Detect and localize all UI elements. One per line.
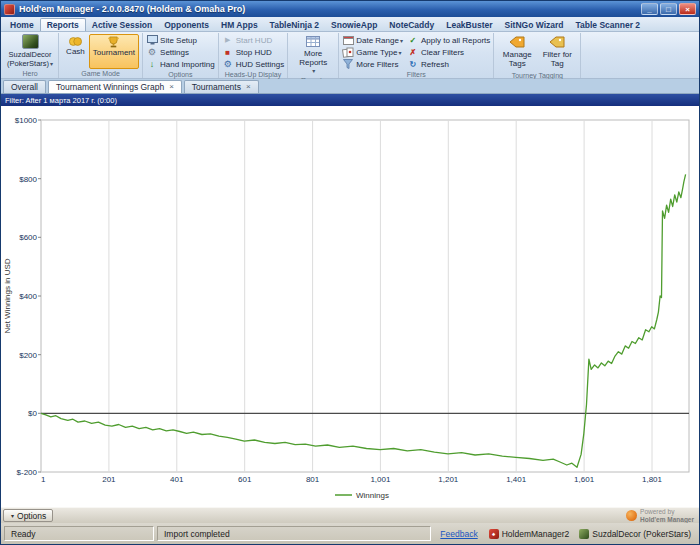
stop-hud-button[interactable]: ■ Stop HUD (222, 46, 272, 58)
refresh-button[interactable]: ↻ Refresh (407, 58, 449, 70)
ribbon-group-hero: SuzdalDecor (PokerStars)▾ Hero (2, 33, 59, 78)
status-bar: Ready Import completed Feedback ♠ Holdem… (1, 523, 699, 544)
holdem-manager-icon: ♠ (489, 529, 499, 539)
svg-text:$800: $800 (19, 175, 37, 184)
calendar-icon (342, 35, 354, 45)
close-button[interactable]: × (679, 3, 696, 15)
check-icon: ✓ (407, 36, 419, 45)
ribbon-group-reports: More Reports ▾ Reports (288, 33, 339, 78)
group-label-hero: Hero (5, 69, 55, 78)
site-setup-button[interactable]: Site Setup (146, 34, 197, 46)
funnel-icon (342, 59, 354, 69)
svg-text:Net Winnings in USD: Net Winnings in USD (3, 258, 12, 333)
hand-importing-button[interactable]: ↓ Hand Importing (146, 58, 215, 70)
close-tab-icon[interactable]: × (169, 83, 174, 91)
minimize-button[interactable]: _ (641, 3, 658, 15)
chevron-down-icon: ▾ (400, 37, 403, 44)
svg-text:1,201: 1,201 (438, 475, 459, 484)
playing-cards-icon (342, 47, 354, 58)
menu-tab-hm-apps[interactable]: HM Apps (215, 19, 264, 31)
chevron-down-icon: ▾ (11, 512, 14, 519)
settings-button[interactable]: ⚙ Settings (146, 46, 189, 58)
ribbon-group-options: Site Setup ⚙ Settings ↓ Hand Importing O… (143, 33, 219, 78)
tournament-winnings-chart: 12014016018011,0011,2011,4011,6011,801$1… (1, 106, 700, 507)
filter-for-tag-button[interactable]: Filter for Tag (537, 34, 577, 71)
svg-text:Winnings: Winnings (356, 491, 389, 500)
window-title: Hold'em Manager - 2.0.0.8470 (Holdem & O… (19, 4, 639, 14)
svg-text:1,001: 1,001 (370, 475, 391, 484)
svg-text:$1000: $1000 (15, 116, 38, 125)
options-bar: ▾ Options Powered by Hold'em Manager (1, 507, 699, 523)
powered-by: Powered by Hold'em Manager (626, 508, 697, 523)
svg-text:1,801: 1,801 (642, 475, 663, 484)
start-hud-button[interactable]: ▶ Start HUD (222, 34, 272, 46)
svg-text:1: 1 (41, 475, 46, 484)
menu-tab-active-session[interactable]: Active Session (86, 19, 158, 31)
group-label-game-mode: Game Mode (62, 69, 139, 78)
svg-text:$600: $600 (19, 233, 37, 242)
coins-icon (69, 36, 82, 47)
gear-icon: ⚙ (222, 60, 234, 69)
options-button[interactable]: ▾ Options (3, 509, 53, 522)
tag-filter-icon (549, 36, 565, 50)
manage-tags-button[interactable]: Manage Tags (497, 34, 537, 71)
hm-logo-icon (626, 510, 637, 521)
game-type-button[interactable]: Game Type ▾ (342, 46, 401, 58)
close-tab-icon[interactable]: × (246, 83, 251, 91)
tag-icon (509, 36, 525, 50)
powered-by-prefix: Powered by (640, 508, 694, 515)
menu-tab-sitngo-wizard[interactable]: SitNGo Wizard (499, 19, 570, 31)
powered-by-name: Hold'em Manager (640, 516, 694, 523)
svg-text:1,401: 1,401 (506, 475, 527, 484)
stop-icon: ■ (222, 48, 234, 57)
refresh-icon: ↻ (407, 60, 419, 69)
menu-tab-reports[interactable]: Reports (40, 18, 86, 31)
feedback-link[interactable]: Feedback (440, 529, 477, 539)
menu-tab-leakbuster[interactable]: LeakBuster (440, 19, 498, 31)
ribbon-group-hud: ▶ Start HUD ■ Stop HUD ⚙ HUD Settings He… (219, 33, 288, 78)
status-app-item: ♠ HoldemManager2 (489, 529, 570, 539)
tab-tournaments[interactable]: Tournaments × (184, 80, 259, 93)
cash-button[interactable]: Cash (62, 34, 89, 69)
menu-tab-home[interactable]: Home (4, 19, 40, 31)
filter-bar[interactable]: Filter: After 1 марта 2017 г. (0:00) (1, 94, 699, 106)
clear-filters-button[interactable]: ✗ Clear Filters (407, 46, 464, 58)
group-label-filters: Filters (342, 70, 490, 79)
clear-cross-icon: ✗ (407, 48, 419, 57)
date-range-button[interactable]: Date Range ▾ (342, 34, 403, 46)
tournament-button[interactable]: Tournament (89, 34, 139, 69)
hero-player-selector[interactable]: SuzdalDecor (PokerStars)▾ (5, 34, 55, 68)
menu-tab-table-scanner2[interactable]: Table Scanner 2 (569, 19, 646, 31)
group-label-options: Options (146, 70, 215, 79)
document-tab-bar: Overall Tournament Winnings Graph × Tour… (1, 79, 699, 94)
tab-tournament-winnings-graph[interactable]: Tournament Winnings Graph × (48, 80, 182, 93)
svg-text:1,601: 1,601 (574, 475, 595, 484)
report-table-icon (306, 36, 320, 49)
import-arrow-icon: ↓ (146, 60, 158, 69)
more-filters-button[interactable]: More Filters (342, 58, 398, 70)
menu-tab-opponents[interactable]: Opponents (158, 19, 215, 31)
title-bar: Hold'em Manager - 2.0.0.8470 (Holdem & O… (1, 1, 699, 17)
ribbon-group-filters: Date Range ▾ Game Type ▾ More Filters (339, 33, 494, 78)
status-user-item: SuzdalDecor (PokerStars) (579, 529, 691, 539)
menu-tab-notecaddy[interactable]: NoteCaddy (383, 19, 440, 31)
svg-text:$200: $200 (19, 351, 37, 360)
svg-text:201: 201 (102, 475, 116, 484)
svg-text:$-200: $-200 (17, 468, 38, 477)
ribbon-tab-strip: Home Reports Active Session Opponents HM… (1, 17, 699, 32)
menu-tab-snowieapp[interactable]: SnowieApp (325, 19, 383, 31)
maximize-button[interactable]: □ (660, 3, 677, 15)
svg-text:$0: $0 (28, 409, 37, 418)
hud-settings-button[interactable]: ⚙ HUD Settings (222, 58, 284, 70)
menu-tab-tableninja2[interactable]: TableNinja 2 (264, 19, 325, 31)
more-reports-button[interactable]: More Reports ▾ (291, 34, 335, 76)
app-icon (4, 4, 15, 15)
chart-panel: 12014016018011,0011,2011,4011,6011,801$1… (1, 106, 699, 507)
svg-text:801: 801 (306, 475, 320, 484)
filter-text: Filter: After 1 марта 2017 г. (0:00) (5, 96, 117, 105)
tab-overall[interactable]: Overall (3, 80, 46, 93)
trophy-icon (107, 36, 120, 48)
play-icon: ▶ (222, 36, 234, 44)
apply-to-all-reports-button[interactable]: ✓ Apply to all Reports (407, 34, 490, 46)
ribbon-group-game-mode: Cash Tournament Game Mode (59, 33, 143, 78)
